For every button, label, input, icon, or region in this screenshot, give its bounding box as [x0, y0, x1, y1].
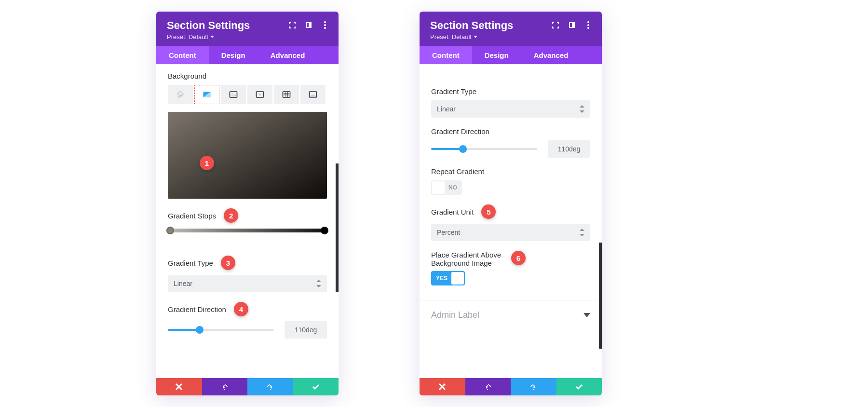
save-button[interactable] — [556, 378, 602, 395]
tab-design[interactable]: Design — [472, 46, 521, 64]
panel-title: Section Settings — [430, 19, 513, 31]
redo-button[interactable] — [247, 378, 293, 395]
gradient-stops-slider[interactable] — [168, 229, 327, 232]
gradient-direction-slider[interactable] — [168, 329, 274, 331]
undo-button[interactable] — [202, 378, 248, 395]
preset-selector[interactable]: Preset: Default — [167, 33, 250, 41]
callout-5: 5 — [481, 204, 496, 219]
save-button[interactable] — [293, 378, 339, 395]
gradient-preview[interactable] — [168, 112, 327, 199]
bg-gradient-tool[interactable] — [194, 85, 219, 104]
bg-image-tool[interactable] — [221, 85, 246, 104]
background-type-toolbar — [168, 85, 327, 104]
select-caret-icon — [580, 105, 584, 113]
cancel-button[interactable] — [156, 378, 202, 395]
redo-button[interactable] — [511, 378, 556, 395]
bg-video-tool[interactable] — [247, 85, 272, 104]
gradient-type-label: Gradient Type — [431, 87, 590, 95]
gradient-direction-value[interactable]: 110deg — [285, 321, 327, 339]
bg-mask-tool[interactable] — [300, 85, 326, 104]
gradient-direction-value[interactable]: 110deg — [548, 140, 590, 158]
svg-point-1 — [324, 24, 326, 26]
place-above-toggle[interactable]: YES — [431, 271, 465, 285]
gradient-direction-label: Gradient Direction — [431, 127, 590, 136]
svg-point-2 — [324, 27, 326, 29]
scrollbar[interactable] — [336, 163, 339, 292]
gradient-unit-label: Gradient Unit — [431, 208, 474, 216]
select-caret-icon — [580, 229, 584, 236]
chevron-down-icon — [210, 36, 214, 38]
callout-2: 2 — [224, 208, 238, 223]
gradient-stops-label: Gradient Stops — [168, 212, 216, 220]
gradient-type-label: Gradient Type — [168, 259, 213, 267]
svg-point-9 — [587, 21, 589, 23]
svg-rect-7 — [283, 92, 290, 97]
background-label: Background — [168, 72, 327, 80]
gradient-type-select[interactable]: Linear — [431, 100, 590, 118]
undo-button[interactable] — [465, 378, 511, 395]
chevron-down-icon — [474, 36, 477, 38]
more-icon[interactable] — [584, 21, 592, 31]
dock-icon[interactable] — [305, 21, 312, 31]
repeat-gradient-label: Repeat Gradient — [431, 167, 590, 176]
callout-4: 4 — [234, 302, 248, 316]
bg-pattern-tool[interactable] — [274, 85, 299, 104]
select-caret-icon — [316, 280, 321, 287]
admin-label-section[interactable]: Admin Label — [420, 300, 602, 330]
panel-footer — [156, 378, 339, 395]
tab-bar: Content Design Advanced — [156, 46, 339, 64]
scrollbar[interactable] — [599, 243, 602, 349]
tab-advanced[interactable]: Advanced — [521, 46, 581, 64]
cancel-button[interactable] — [420, 378, 465, 395]
svg-point-0 — [324, 21, 326, 23]
chevron-down-icon — [583, 313, 590, 317]
panel-header: Section Settings Preset: Default — [156, 12, 339, 46]
tab-bar: Content Design Advanced — [420, 46, 602, 64]
settings-panel-left: Section Settings Preset: Default Content… — [156, 12, 339, 395]
gradient-type-select[interactable]: Linear — [168, 275, 327, 292]
expand-icon[interactable] — [552, 21, 559, 31]
panel-header: Section Settings Preset: Default — [420, 12, 602, 46]
tab-content[interactable]: Content — [156, 46, 209, 64]
bg-color-tool[interactable] — [168, 85, 193, 104]
tab-design[interactable]: Design — [209, 46, 258, 64]
expand-icon[interactable] — [288, 21, 296, 31]
gradient-direction-slider[interactable] — [431, 148, 537, 150]
svg-point-10 — [587, 24, 589, 26]
preset-selector[interactable]: Preset: Default — [430, 33, 513, 41]
panel-footer — [420, 378, 602, 395]
svg-point-11 — [587, 27, 589, 29]
svg-point-5 — [231, 93, 233, 95]
gradient-direction-label: Gradient Direction — [168, 305, 226, 313]
gradient-stop-start[interactable] — [166, 227, 174, 234]
callout-6: 6 — [511, 251, 526, 265]
tab-advanced[interactable]: Advanced — [258, 46, 318, 64]
tab-content[interactable]: Content — [420, 46, 472, 64]
callout-3: 3 — [221, 256, 235, 270]
gradient-unit-select[interactable]: Percent — [431, 224, 590, 241]
dock-icon[interactable] — [568, 21, 576, 31]
panel-title: Section Settings — [167, 19, 250, 31]
settings-panel-right: Section Settings Preset: Default Content… — [420, 12, 602, 395]
place-above-label: Place Gradient Above Background Image — [431, 251, 503, 267]
more-icon[interactable] — [321, 21, 329, 31]
gradient-stop-end[interactable] — [321, 227, 328, 234]
repeat-gradient-toggle[interactable]: NO — [431, 180, 462, 195]
